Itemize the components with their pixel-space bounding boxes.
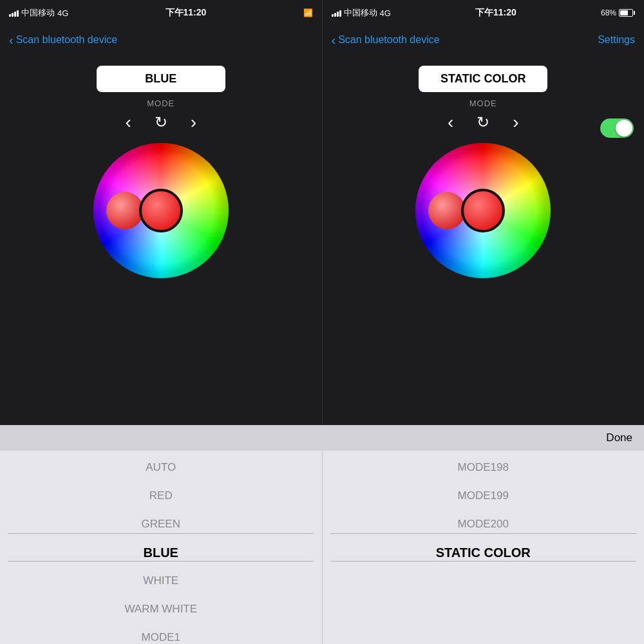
left-time: 下午11:20 [166, 7, 207, 19]
right-time: 下午11:20 [475, 7, 516, 19]
left-color-wheel[interactable] [93, 143, 229, 278]
right-prev-button[interactable]: ‹ [448, 113, 453, 131]
left-chevron-icon: ‹ [9, 33, 14, 48]
picker-left-warm-white[interactable]: WARM WHITE [0, 595, 322, 623]
right-nav-bar: ‹ Scan bluetooth device Settings [323, 26, 645, 54]
right-picker-column[interactable]: MODE198 MODE199 MODE200 STATIC COLOR [323, 451, 645, 644]
right-carrier: 中国移动 4G [332, 7, 391, 19]
picker-left-blue[interactable]: BLUE [0, 538, 322, 567]
picker-left-red[interactable]: RED [0, 482, 322, 510]
done-button[interactable]: Done [606, 431, 632, 444]
picker-area: AUTO RED GREEN BLUE WHITE WARM WHITE MOD… [0, 451, 644, 644]
left-back-label: Scan bluetooth device [16, 34, 117, 46]
right-settings-button[interactable]: Settings [598, 34, 635, 46]
right-wheel-hue [415, 143, 551, 278]
bottom-bar: Done [0, 425, 644, 451]
left-nav-arrows: ‹ ↻ › [125, 113, 196, 131]
picker-right-static-color[interactable]: STATIC COLOR [323, 538, 645, 567]
picker-left-auto[interactable]: AUTO [0, 453, 322, 482]
left-mode-label: MODE [147, 99, 175, 108]
picker-right-mode200[interactable]: MODE200 [323, 510, 645, 538]
left-panel: 中国移动 4G 下午11:20 📶 ‹ Scan bluetooth devic… [0, 0, 323, 425]
left-preview-dot [106, 192, 144, 229]
left-panel-content: BLUE MODE ‹ ↻ › [0, 54, 322, 278]
picker-left-white[interactable]: WHITE [0, 567, 322, 595]
picker-right-mode199[interactable]: MODE199 [323, 482, 645, 510]
right-picker-dot[interactable] [461, 189, 505, 232]
left-carrier: 中国移动 4G [9, 7, 68, 19]
left-icons: 📶 [303, 8, 313, 17]
right-panel: 中国移动 4G 下午11:20 68% ‹ Scan bluetooth dev… [323, 0, 645, 425]
right-icons: 68% [601, 8, 635, 17]
right-battery-icon [619, 9, 635, 17]
left-wheel-hue [93, 143, 229, 278]
right-signal-icon [332, 9, 341, 17]
left-prev-button[interactable]: ‹ [125, 113, 131, 131]
picker-left-mode1[interactable]: MODE1 [0, 623, 322, 644]
left-refresh-button[interactable]: ↻ [155, 113, 167, 131]
right-mode-label: MODE [469, 99, 497, 108]
left-nav-bar: ‹ Scan bluetooth device [0, 26, 322, 54]
left-picker-column[interactable]: AUTO RED GREEN BLUE WHITE WARM WHITE MOD… [0, 451, 322, 644]
right-back-button[interactable]: ‹ Scan bluetooth device [332, 33, 440, 48]
left-status-bar: 中国移动 4G 下午11:20 📶 [0, 0, 322, 26]
left-picker-dot[interactable] [139, 189, 183, 232]
left-mode-button[interactable]: BLUE [97, 66, 225, 92]
right-preview-dot [428, 192, 466, 229]
right-mode-button[interactable]: STATIC COLOR [419, 66, 547, 92]
right-battery-pct: 68% [601, 8, 616, 17]
left-carrier-text: 中国移动 [21, 7, 55, 19]
right-toggle[interactable] [600, 118, 634, 138]
right-nav-arrows: ‹ ↻ › [448, 113, 519, 131]
picker-right-mode198[interactable]: MODE198 [323, 453, 645, 482]
right-color-wheel[interactable] [415, 143, 551, 278]
picker-left-green[interactable]: GREEN [0, 510, 322, 538]
left-signal-icon [9, 9, 19, 17]
right-refresh-button[interactable]: ↻ [477, 113, 489, 131]
right-panel-content: STATIC COLOR MODE ‹ ↻ › [323, 54, 645, 278]
right-next-button[interactable]: › [513, 113, 518, 131]
right-carrier-text: 中国移动 [344, 7, 377, 19]
right-chevron-icon: ‹ [332, 33, 336, 48]
right-back-label: Scan bluetooth device [338, 34, 439, 46]
right-status-bar: 中国移动 4G 下午11:20 68% [323, 0, 645, 26]
left-network-text: 4G [57, 8, 68, 18]
left-next-button[interactable]: › [191, 113, 196, 131]
right-network-text: 4G [380, 8, 391, 18]
left-back-button[interactable]: ‹ Scan bluetooth device [9, 33, 117, 48]
